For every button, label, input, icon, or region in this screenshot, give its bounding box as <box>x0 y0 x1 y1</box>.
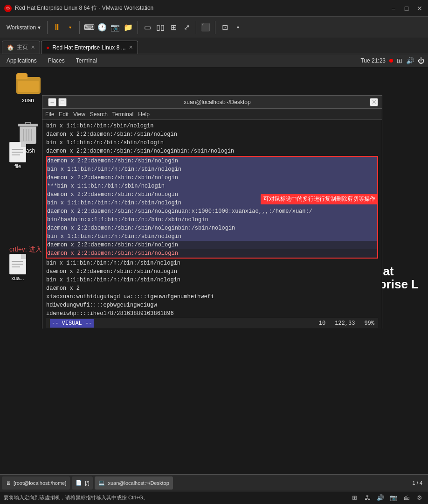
terminal-menu-help[interactable]: Help <box>138 111 150 118</box>
tab-home-label: 主页 <box>17 43 28 51</box>
toolbar-separator-2 <box>79 21 80 34</box>
status-pos: 122,33 <box>335 319 355 328</box>
tab-rhel[interactable]: ● Red Hat Enterprise Linux 8 ... ✕ <box>41 41 138 54</box>
tab-rhel-label: Red Hat Enterprise Linux 8 ... <box>52 44 125 51</box>
sel-line-9: daemon x 2:2:daemon:/sbin:/sbin/nologinb… <box>47 224 377 232</box>
terminal-menu-search[interactable]: Search <box>90 111 108 118</box>
app-icon <box>4 4 12 13</box>
status-col: 10 <box>319 319 325 328</box>
power-icon: ⏻ <box>418 57 424 64</box>
status-icon-2[interactable]: 🖧 <box>363 493 372 503</box>
status-icon-4[interactable]: 📷 <box>389 493 398 503</box>
term-line-1: bin x 1:1:bin:/bin:/sbin/nologin <box>46 122 378 130</box>
send-ctrl-alt-del-button[interactable]: ⌨ <box>83 22 95 33</box>
window-title: Red Hat Enterprise Linux 8 64 位 - VMware… <box>15 4 389 12</box>
taskbar-label-1: [root@localhost:/home] <box>14 480 66 486</box>
window-controls: – □ ✕ <box>389 4 424 13</box>
terminal-titlebar: – □ xuan@localhost:~/Desktop ✕ <box>42 96 382 109</box>
home-icon: 🏠 <box>7 44 14 51</box>
shared-folders-button[interactable]: 📁 <box>123 22 134 33</box>
terminal-close[interactable]: ✕ <box>370 98 378 106</box>
workstation-menu[interactable]: Workstation ▾ <box>4 22 43 33</box>
menu-places[interactable]: Places <box>45 56 68 65</box>
term-line-6: daemon x 2:2:daemon:/sbin:/sbin/nologin <box>46 267 378 276</box>
maximize-button[interactable]: □ <box>402 4 411 13</box>
toolbar-separator-5 <box>215 21 215 34</box>
snapshot-button[interactable]: 🕐 <box>97 22 108 33</box>
taskbar-item-root[interactable]: 🖥 [root@localhost:/home] <box>2 476 70 490</box>
view-expand-button[interactable]: ⤢ <box>181 22 192 33</box>
taskbar-label-3: xuan@localhost:~/Desktop <box>108 480 169 486</box>
selected-region: 可对鼠标选中的多行进行复制删除剪切等操作 daemon x 2:2:daemon… <box>46 156 378 259</box>
term-line-4: daemon x 2:2:daemon:/sbin:/sbin/nologinb… <box>46 147 378 155</box>
terminal-title: xuan@localhost:~/Desktop <box>67 99 368 105</box>
taskbar-icon-2: 📄 <box>76 480 82 486</box>
bottom-status-icons: ⊞ 🖧 🔊 📷 🖮 ⚙ <box>350 493 424 503</box>
terminal-maximize[interactable]: □ <box>58 98 67 106</box>
taskbar-pages: 1 / 4 <box>409 478 426 488</box>
recording-indicator <box>389 59 393 63</box>
menu-terminal[interactable]: Terminal <box>73 56 100 65</box>
file-label-1: file <box>14 163 21 169</box>
file-label-2: xua... <box>12 275 24 281</box>
status-icon-3[interactable]: 🔊 <box>376 493 385 503</box>
taskbar-label-2: [/] <box>85 480 89 486</box>
view-dropdown-button[interactable]: ▾ <box>232 22 243 33</box>
taskbar-item-slash[interactable]: 📄 [/] <box>72 476 93 490</box>
terminal-window: – □ xuan@localhost:~/Desktop ✕ File Edit… <box>42 95 382 329</box>
desktop: xuan <box>0 67 428 329</box>
terminal-minimize[interactable]: – <box>48 98 56 106</box>
view-split-button[interactable]: ▯▯ <box>155 22 166 33</box>
tab-bar: 🏠 主页 ✕ ● Red Hat Enterprise Linux 8 ... … <box>0 38 428 54</box>
console-button[interactable]: ⬛ <box>200 22 211 33</box>
sel-line-3: daemon x 2:2:daemon:/sbin:/sbin/nologin <box>47 174 377 182</box>
close-button[interactable]: ✕ <box>415 4 424 13</box>
terminal-menu-edit[interactable]: Edit <box>59 111 69 118</box>
tab-rhel-close[interactable]: ✕ <box>129 44 133 50</box>
bottom-status-text: 要将输入定向到该虚拟机，请将鼠标指针移入其中或按 Ctrl+G。 <box>4 494 148 501</box>
file-icon-1[interactable]: file <box>9 142 26 169</box>
term-line-10: hdiwedungwufi::::epbwgeuingweiugw <box>46 301 378 309</box>
term-line-5: bin x 1:1:bin:/bin:/n:/bin:/sbin/nologin <box>46 259 378 267</box>
rhel-icon: ● <box>46 44 49 51</box>
taskbar-icon-1: 🖥 <box>6 480 11 486</box>
visual-mode-indicator: -- VISUAL -- <box>50 319 94 328</box>
terminal-menu-terminal[interactable]: Terminal <box>112 111 133 118</box>
snapshot2-button[interactable]: 📷 <box>110 22 121 33</box>
file-icon-2[interactable]: xua... <box>9 254 26 281</box>
status-icon-6[interactable]: ⚙ <box>415 493 424 503</box>
sel-line-4: ***bin x 1:1:bin:/bin:/sbin/nologin <box>47 182 377 190</box>
folder-icon-xuan[interactable]: xuan <box>9 72 47 104</box>
toolbar: Workstation ▾ ⏸ ▾ ⌨ 🕐 📷 📁 ▭ ▯▯ ⊞ ⤢ ⬛ ⊡ ▾ <box>0 17 428 38</box>
status-right: 10 122,33 99% <box>319 319 374 328</box>
terminal-content[interactable]: bin x 1:1:bin:/bin:/sbin/nologin daemon … <box>42 120 382 329</box>
vm-menubar: Applications Places Terminal Tue 21:23 ⊞… <box>0 54 428 67</box>
tab-home-close[interactable]: ✕ <box>31 44 35 50</box>
pause-dropdown-button[interactable]: ▾ <box>64 22 76 33</box>
vm-time: Tue 21:23 ⊞ 🔊 ⏻ <box>360 57 424 64</box>
dropdown-arrow-icon: ▾ <box>38 24 41 31</box>
status-percent: 99% <box>364 319 374 328</box>
taskbar-item-desktop[interactable]: 💻 xuan@localhost:~/Desktop <box>95 476 173 490</box>
terminal-status-bar: -- VISUAL -- 10 122,33 99% <box>46 318 378 328</box>
menu-applications[interactable]: Applications <box>4 56 40 65</box>
toolbar-separator-3 <box>138 21 138 34</box>
term-line-11: idwneiwhp::::iheо178728163889163861896 <box>46 309 378 318</box>
terminal-menu-file[interactable]: File <box>45 111 54 118</box>
time-display: Tue 21:23 <box>360 57 386 64</box>
view-tabs-button[interactable]: ⊞ <box>168 22 179 33</box>
view-options-button[interactable]: ⊡ <box>219 22 230 33</box>
terminal-menu-view[interactable]: View <box>73 111 85 118</box>
status-icon-1[interactable]: ⊞ <box>350 493 359 503</box>
sel-line-7: daemon x 2:2:daemon:/sbin:/sbin/nologinu… <box>47 207 377 216</box>
terminal-menubar: File Edit View Search Terminal Help <box>42 109 382 120</box>
minimize-button[interactable]: – <box>389 4 398 13</box>
status-icon-5[interactable]: 🖮 <box>402 493 411 503</box>
pause-button[interactable]: ⏸ <box>51 22 62 33</box>
tab-home[interactable]: 🏠 主页 ✕ <box>2 41 40 54</box>
view-single-button[interactable]: ▭ <box>142 22 153 33</box>
bottom-status-bar: 要将输入定向到该虚拟机，请将鼠标指针移入其中或按 Ctrl+G。 ⊞ 🖧 🔊 📷… <box>0 491 428 504</box>
volume-icon: 🔊 <box>406 57 414 64</box>
term-line-2: daemon x 2:2:daemon:/sbin:/sbin/nologin <box>46 130 378 139</box>
workstation-label: Workstation <box>7 24 36 31</box>
